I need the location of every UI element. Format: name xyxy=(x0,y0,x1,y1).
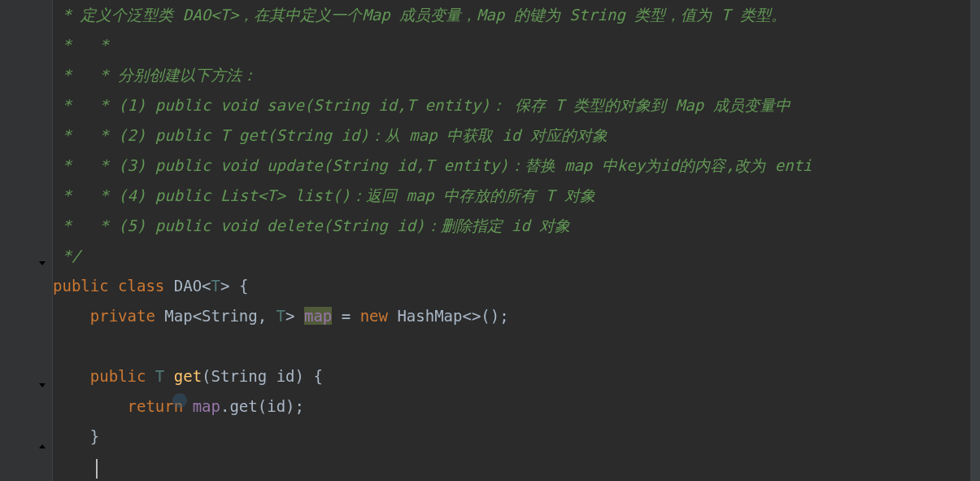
comment-line: * * (2) public T get(String id)：从 map 中获… xyxy=(53,120,980,151)
blank-line xyxy=(53,331,980,361)
comment-line: * * (4) public List<T> list()：返回 map 中存放… xyxy=(53,181,980,211)
comment-line: */ xyxy=(53,241,980,271)
comment-line: * * (5) public void delete(String id)：删除… xyxy=(53,211,980,241)
close-brace: } xyxy=(53,422,980,452)
comment-line: * * (3) public void update(String id,T e… xyxy=(53,151,980,181)
code-editor[interactable]: * 定义个泛型类 DAO<T>，在其中定义一个Map 成员变量，Map 的键为 … xyxy=(0,0,980,481)
return-statement: return map.get(id); xyxy=(53,391,980,422)
highlighted-identifier: map xyxy=(304,307,332,325)
comment-line: * * xyxy=(53,30,980,60)
comment-line: * * 分别创建以下方法： xyxy=(53,60,980,90)
method-declaration: public T get(String id) { xyxy=(53,361,980,391)
comment-line: * 定义个泛型类 DAO<T>，在其中定义一个Map 成员变量，Map 的键为 … xyxy=(53,0,980,30)
field-declaration: private Map<String, T> map = new HashMap… xyxy=(53,301,980,331)
cursor-marker: n xyxy=(174,391,183,422)
text-cursor xyxy=(96,459,98,479)
comment-line: * * (1) public void save(String id,T ent… xyxy=(53,90,980,120)
class-declaration: public class DAO<T> { xyxy=(53,271,980,301)
